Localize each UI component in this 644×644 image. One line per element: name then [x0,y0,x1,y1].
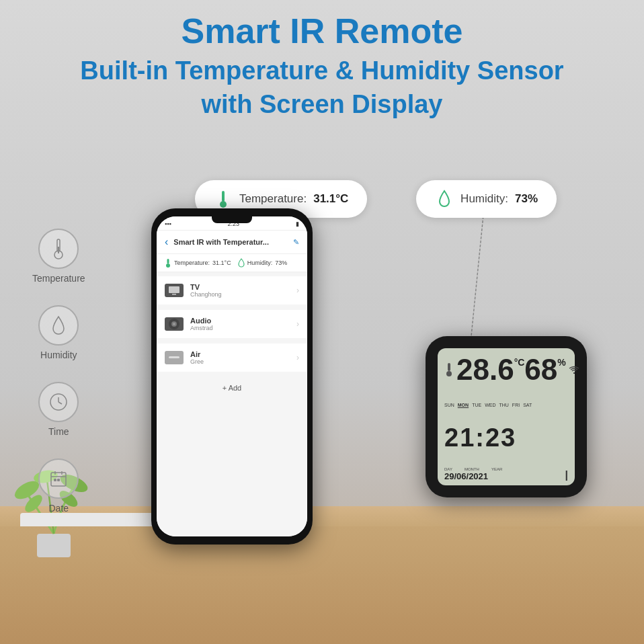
humidity-sidebar-label: Humidity [40,350,77,360]
device-temp-area: 28.6 °C [444,355,524,385]
svg-rect-24 [169,356,179,358]
wifi-icon [569,364,579,375]
device-date-row: DAY MONTH YEAR 29/06/2021 | [444,467,568,481]
table-surface [0,510,644,644]
device-date-area: DAY MONTH YEAR 29/06/2021 [444,467,502,481]
day-thu: THU [499,403,508,407]
day-wed: WED [485,403,495,407]
air-name: Air [190,350,290,358]
audio-text: Audio Amstrad [190,317,290,331]
humidity-callout: Humidity: 73% [416,180,557,218]
list-item-audio[interactable]: Audio Amstrad › [157,310,307,338]
humid-callout-label: Humidity: [460,192,508,206]
day-sun: SUN [444,403,454,407]
device-readings-row: 28.6 °C 68 % [444,355,568,385]
sidebar: Temperature Humidity Time [32,229,85,514]
device-temp-unit: °C [514,358,525,367]
device-body: 28.6 °C 68 % [426,336,587,497]
device-list: TV Changhong › Audio Amstrad › [157,272,307,536]
device-days-row: SUN MON TUE WED THU FRI SAT [444,403,568,407]
list-item-air[interactable]: Air Gree › [157,344,307,372]
device-mockup: 28.6 °C 68 % [426,336,587,497]
svg-rect-20 [172,294,176,295]
calendar-icon-circle [38,458,79,499]
header-section: Smart IR Remote Built-in Temperature & H… [0,12,644,121]
device-date-value: 29/06/2021 [444,471,502,481]
air-icon [165,351,184,364]
clock-icon-circle [38,382,79,422]
audio-arrow: › [296,319,299,329]
tv-brand: Changhong [190,291,290,298]
temperature-sidebar-label: Temperature [32,273,85,284]
subtitle-line1: Built-in Temperature & Humidity Sensor [80,56,563,85]
subtitle-line2: with Screen Display [201,90,442,118]
air-arrow: › [296,353,299,362]
tv-name: TV [190,283,290,291]
laptop-decoration [20,513,168,526]
svg-point-23 [173,323,175,325]
back-button[interactable]: ‹ [165,236,168,248]
device-screen: 28.6 °C 68 % [438,348,575,485]
phone-temp-value: 31.1°C [212,259,231,266]
sidebar-item-temperature: Temperature [32,229,85,284]
audio-icon [165,317,184,331]
svg-rect-2 [223,196,224,203]
sidebar-item-humidity: Humidity [32,305,85,360]
day-mon: MON [458,403,469,407]
sensor-readings-row: Temperature: 31.1°C Humidity: 73% [157,254,307,272]
audio-brand: Amstrad [190,325,290,331]
phone-screen: ▪▪▪ 2:23 ▮ ‹ Smart IR with Temperatur...… [157,216,307,536]
phone-temp-label: Temperature: [174,259,210,266]
date-sidebar-label: Date [49,503,69,514]
humidity-icon-circle [38,305,79,346]
phone-temp-reading: Temperature: 31.1°C [165,258,231,268]
svg-line-10 [58,402,62,404]
device-temp-display: 28.6 °C [456,355,524,385]
phone-notch [212,216,252,223]
device-humid-area: 68 % [524,355,579,385]
air-text: Air Gree [190,350,290,365]
tv-arrow: › [296,286,299,295]
device-humid-display: 68 % [524,355,565,385]
device-time-display: 21:23 [444,425,568,450]
sidebar-item-time: Time [32,382,85,437]
signal-icons: ▪▪▪ [165,220,171,227]
app-title: Smart IR with Temperatur... [173,238,293,246]
thermometer-callout-icon [214,190,233,208]
battery-icon: ▮ [296,220,299,227]
day-sat: SAT [523,403,532,407]
svg-point-26 [446,371,452,376]
phone-humid-value: 73% [275,259,287,266]
tv-text: TV Changhong [190,283,290,298]
phone-humid-label: Humidity: [247,259,273,266]
phone-app-header: ‹ Smart IR with Temperatur... ✎ [157,231,307,254]
svg-rect-16 [57,479,60,481]
sidebar-item-date: Date [32,458,85,514]
svg-rect-15 [54,479,56,481]
temp-callout-value: 31.1°C [313,192,348,206]
device-blink-cursor: | [565,469,568,481]
time-sidebar-label: Time [48,426,69,437]
day-tue: TUE [472,403,481,407]
main-title: Smart IR Remote [0,12,644,50]
day-fri: FRI [512,403,520,407]
svg-rect-19 [169,286,179,293]
tv-icon [165,284,184,297]
device-humid-unit: % [557,358,565,367]
phone-mockup: ▪▪▪ 2:23 ▮ ‹ Smart IR with Temperatur...… [151,208,313,545]
add-device-button[interactable]: + Add [157,377,307,399]
svg-rect-17 [167,259,169,264]
list-item-tv[interactable]: TV Changhong › [157,276,307,305]
subtitle: Built-in Temperature & Humidity Sensor w… [0,54,644,121]
label-year: YEAR [491,467,502,471]
edit-icon[interactable]: ✎ [293,238,299,247]
svg-rect-27 [37,534,71,557]
phone-humid-reading: Humidity: 73% [238,258,288,268]
device-humid-value: 68 [524,355,557,385]
temp-callout-label: Temperature: [239,192,307,206]
phone-body: ▪▪▪ 2:23 ▮ ‹ Smart IR with Temperatur...… [151,208,313,545]
svg-rect-25 [448,363,450,371]
humid-callout-value: 73% [515,192,538,206]
droplet-callout-icon [435,190,454,208]
audio-name: Audio [190,317,290,325]
